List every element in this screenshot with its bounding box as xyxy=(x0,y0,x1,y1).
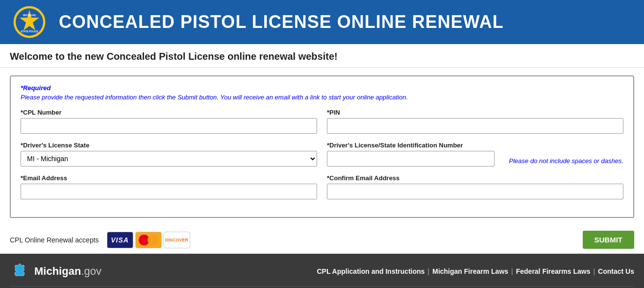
payment-left: CPL Online Renewal accepts VISA DISCOVER xyxy=(10,232,190,248)
dl-number-input[interactable] xyxy=(327,151,495,167)
form-row-3: *Email Address *Confirm Email Address xyxy=(21,174,623,199)
footer-top: Michigan.gov CPL Application and Instruc… xyxy=(10,262,634,281)
payment-bar: CPL Online Renewal accepts VISA DISCOVER… xyxy=(0,226,644,254)
michigan-text: Michigan xyxy=(34,265,81,277)
welcome-bar: Welcome to the new Concealed Pistol Lice… xyxy=(0,44,644,68)
pin-label: *PIN xyxy=(327,109,623,116)
confirm-email-input[interactable] xyxy=(327,184,623,199)
svg-text:STATE POLICE: STATE POLICE xyxy=(21,30,38,33)
dl-state-group: *Driver's License State MI - Michigan xyxy=(21,142,317,167)
form-row-1: *CPL Number *PIN xyxy=(21,109,623,134)
confirm-email-label: *Confirm Email Address xyxy=(327,174,623,182)
confirm-email-group: *Confirm Email Address xyxy=(327,174,623,199)
footer-sep-3: | xyxy=(593,267,595,275)
required-label: *Required xyxy=(21,84,623,92)
pin-input[interactable] xyxy=(327,118,623,134)
footer-link-fed-firearms[interactable]: Federal Firearms Laws xyxy=(516,267,591,275)
footer-brand: Michigan.gov xyxy=(34,265,101,278)
page-title: CONCEALED PISTOL LICENSE ONLINE RENEWAL xyxy=(59,12,504,32)
dl-state-select[interactable]: MI - Michigan xyxy=(21,151,317,167)
footer-logo: Michigan.gov xyxy=(10,262,101,281)
dl-number-group: *Driver's License/State Identification N… xyxy=(327,142,495,167)
cpl-number-label: *CPL Number xyxy=(21,109,317,116)
email-group: *Email Address xyxy=(21,174,317,199)
footer-sep-2: | xyxy=(511,267,513,275)
form-row-2: *Driver's License State MI - Michigan *D… xyxy=(21,142,623,167)
header: MICHIGAN STATE POLICE CONCEALED PISTOL L… xyxy=(0,0,644,44)
mastercard-logo xyxy=(135,232,162,248)
card-logos: VISA DISCOVER xyxy=(107,232,190,248)
visa-logo: VISA xyxy=(107,232,133,248)
form-instructions: Please provide the requested information… xyxy=(21,94,623,101)
submit-button[interactable]: SUBMIT xyxy=(583,231,635,249)
email-input[interactable] xyxy=(21,184,317,199)
dl-state-label: *Driver's License State xyxy=(21,142,317,149)
form-box: *Required Please provide the requested i… xyxy=(10,75,634,218)
pin-group: *PIN xyxy=(327,109,623,134)
footer-link-cpl[interactable]: CPL Application and Instructions xyxy=(317,267,424,275)
footer-link-contact[interactable]: Contact Us xyxy=(598,267,634,275)
footer: Michigan.gov CPL Application and Instruc… xyxy=(0,254,644,288)
cpl-number-group: *CPL Number xyxy=(21,109,317,134)
dl-number-label: *Driver's License/State Identification N… xyxy=(327,142,495,149)
gov-text: .gov xyxy=(81,265,101,277)
footer-links: CPL Application and Instructions | Michi… xyxy=(317,267,634,275)
payment-text: CPL Online Renewal accepts xyxy=(10,236,99,244)
footer-sep-1: | xyxy=(428,267,430,275)
agency-logo: MICHIGAN STATE POLICE xyxy=(10,5,49,39)
svg-text:MICHIGAN: MICHIGAN xyxy=(23,14,36,17)
email-label: *Email Address xyxy=(21,174,317,182)
main-content: *Required Please provide the requested i… xyxy=(0,68,644,226)
footer-copyright: COPYRIGHT © 2018 STATE OF MICHIGAN xyxy=(10,286,634,288)
cpl-number-input[interactable] xyxy=(21,118,317,134)
welcome-text: Welcome to the new Concealed Pistol Lice… xyxy=(10,51,634,62)
dl-hint-text: Please do not include spaces or dashes. xyxy=(504,157,623,167)
discover-logo: DISCOVER xyxy=(164,232,190,248)
footer-link-mi-firearm[interactable]: Michigan Firearm Laws xyxy=(432,267,508,275)
